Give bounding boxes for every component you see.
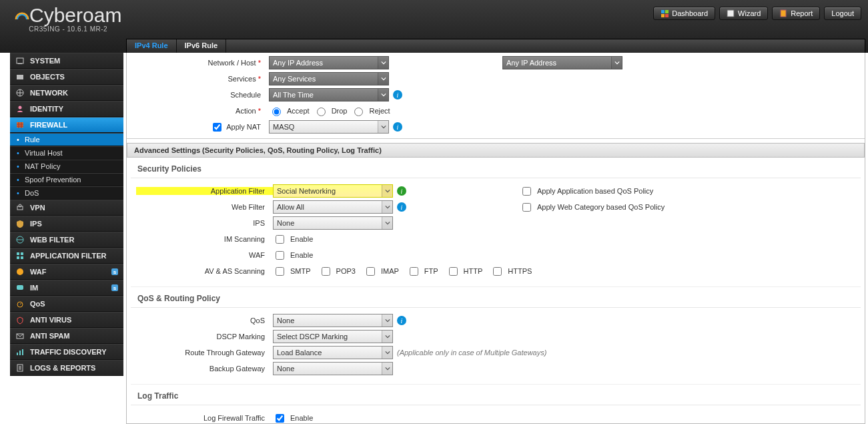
app-qos-checkbox[interactable] bbox=[522, 187, 531, 196]
sidebar-item-dos[interactable]: DoS bbox=[10, 186, 123, 200]
network-host-right-select[interactable]: Any IP Address bbox=[502, 56, 622, 69]
sidebar-item-firewall[interactable]: FIREWALL bbox=[10, 117, 123, 133]
action-reject-radio[interactable] bbox=[354, 108, 363, 116]
sidebar-item-application-filter[interactable]: APPLICATION FILTER bbox=[10, 248, 123, 264]
svg-rect-0 bbox=[661, 10, 665, 13]
avas-imap-checkbox[interactable] bbox=[366, 267, 375, 276]
model-text: CR35ING - 10.6.1 MR-2 bbox=[15, 25, 121, 33]
sidebar-item-rule[interactable]: Rule bbox=[10, 133, 123, 146]
log-firewall-checkbox[interactable] bbox=[276, 414, 284, 423]
network-host-label: Network / Host * bbox=[132, 59, 269, 67]
traffic-discovery-icon bbox=[15, 347, 25, 357]
sidebar-item-objects[interactable]: OBJECTS bbox=[10, 69, 123, 85]
info-icon[interactable]: i bbox=[397, 316, 406, 325]
waf-icon bbox=[15, 267, 25, 276]
wizard-icon bbox=[727, 9, 735, 17]
sidebar: SYSTEMOBJECTSNETWORKIDENTITYFIREWALLRule… bbox=[10, 53, 123, 376]
web-filter-select[interactable]: Allow All bbox=[273, 200, 393, 214]
action-accept-radio[interactable] bbox=[272, 108, 281, 116]
info-icon[interactable]: i bbox=[397, 186, 406, 196]
waf-checkbox[interactable] bbox=[276, 251, 284, 260]
log-traffic-title: Log Traffic bbox=[131, 385, 861, 405]
sidebar-item-label: FIREWALL bbox=[30, 121, 67, 129]
web-qos-checkbox[interactable] bbox=[522, 203, 531, 212]
svg-rect-23 bbox=[17, 353, 18, 355]
info-icon[interactable]: i bbox=[393, 122, 402, 132]
logout-button[interactable]: Logout bbox=[824, 7, 861, 20]
report-button[interactable]: Report bbox=[772, 7, 820, 20]
sidebar-item-label: Spoof Prevention bbox=[25, 176, 81, 184]
sidebar-item-qos[interactable]: QoS bbox=[10, 296, 123, 312]
sidebar-item-label: OBJECTS bbox=[30, 73, 65, 81]
apply-nat-select[interactable]: MASQ bbox=[269, 120, 389, 134]
avas-http-checkbox[interactable] bbox=[449, 267, 458, 276]
sidebar-item-network[interactable]: NETWORK bbox=[10, 85, 123, 101]
dscp-marking-select[interactable]: Select DSCP Marking bbox=[273, 330, 393, 343]
sidebar-item-spoof-prevention[interactable]: Spoof Prevention bbox=[10, 173, 123, 186]
qos-select[interactable]: None bbox=[273, 314, 393, 327]
tab-ipv4-rule[interactable]: IPv4 Rule bbox=[127, 39, 177, 53]
sidebar-item-traffic-discovery[interactable]: TRAFFIC DISCOVERY bbox=[10, 344, 123, 360]
action-label: Action * bbox=[132, 107, 269, 115]
sidebar-item-anti-virus[interactable]: ANTI VIRUS bbox=[10, 312, 123, 328]
sidebar-item-label: ANTI SPAM bbox=[30, 332, 70, 340]
info-icon[interactable]: i bbox=[393, 90, 402, 99]
sidebar-item-label: Virtual Host bbox=[25, 149, 63, 157]
services-select[interactable]: Any Services bbox=[269, 72, 389, 85]
sidebar-item-label: NETWORK bbox=[30, 89, 68, 97]
firewall-icon bbox=[15, 120, 25, 130]
sidebar-item-virtual-host[interactable]: Virtual Host bbox=[10, 146, 123, 160]
avas-smtp-checkbox[interactable] bbox=[276, 267, 284, 276]
svg-rect-16 bbox=[21, 252, 23, 255]
application-filter-select[interactable]: Social Networking bbox=[273, 184, 393, 198]
advanced-settings-header[interactable]: Advanced Settings (Security Policies, Qo… bbox=[127, 143, 865, 158]
sidebar-item-anti-spam[interactable]: ANTI SPAM bbox=[10, 328, 123, 344]
sidebar-item-waf[interactable]: WAFs bbox=[10, 264, 123, 280]
dashboard-button[interactable]: Dashboard bbox=[653, 7, 715, 20]
qos-routing-title: QoS & Routing Policy bbox=[131, 287, 861, 308]
application-filter-label: Application Filter bbox=[136, 187, 273, 195]
backup-gateway-label: Backup Gateway bbox=[136, 365, 273, 373]
svg-rect-8 bbox=[17, 75, 23, 79]
av-as-scanning-label: AV & AS Scanning bbox=[136, 267, 273, 275]
wizard-button[interactable]: Wizard bbox=[719, 7, 768, 20]
qos-label: QoS bbox=[136, 316, 273, 325]
sidebar-item-nat-policy[interactable]: NAT Policy bbox=[10, 160, 123, 173]
svg-point-10 bbox=[19, 106, 22, 110]
anti-virus-icon bbox=[15, 315, 25, 325]
sidebar-item-system[interactable]: SYSTEM bbox=[10, 53, 123, 69]
sidebar-item-identity[interactable]: IDENTITY bbox=[10, 101, 123, 117]
network-host-left-select[interactable]: Any IP Address bbox=[269, 56, 389, 69]
svg-rect-15 bbox=[17, 252, 19, 255]
apply-nat-checkbox[interactable] bbox=[213, 123, 222, 132]
route-gateway-select[interactable]: Load Balance bbox=[273, 346, 393, 359]
sidebar-item-label: IPS bbox=[30, 220, 42, 228]
sidebar-item-ips[interactable]: IPS bbox=[10, 216, 123, 232]
tab-ipv6-rule[interactable]: IPv6 Rule bbox=[177, 39, 227, 53]
sidebar-item-label: NAT Policy bbox=[25, 162, 60, 170]
svg-rect-20 bbox=[17, 285, 23, 290]
report-icon bbox=[779, 9, 787, 17]
sidebar-item-logs-reports[interactable]: LOGS & REPORTS bbox=[10, 360, 123, 376]
action-drop-radio[interactable] bbox=[317, 108, 326, 116]
web-filter-label: Web Filter bbox=[136, 203, 273, 211]
avas-https-checkbox[interactable] bbox=[493, 267, 502, 276]
sidebar-item-label: WAF bbox=[30, 268, 46, 276]
avas-ftp-checkbox[interactable] bbox=[410, 267, 418, 276]
dashboard-icon bbox=[661, 9, 669, 17]
anti-spam-icon bbox=[15, 331, 25, 341]
schedule-select[interactable]: All The Time bbox=[269, 88, 389, 101]
svg-rect-3 bbox=[665, 14, 669, 17]
sidebar-item-label: LOGS & REPORTS bbox=[30, 364, 95, 372]
info-icon[interactable]: i bbox=[397, 202, 406, 212]
sidebar-item-im[interactable]: IMs bbox=[10, 280, 123, 296]
services-label: Services * bbox=[132, 75, 269, 83]
sidebar-item-vpn[interactable]: VPN bbox=[10, 200, 123, 216]
sidebar-item-web-filter[interactable]: WEB FILTER bbox=[10, 232, 123, 248]
backup-gateway-select[interactable]: None bbox=[273, 362, 393, 375]
sidebar-item-label: IDENTITY bbox=[30, 105, 63, 113]
ips-select[interactable]: None bbox=[273, 216, 393, 230]
avas-pop3-checkbox[interactable] bbox=[322, 267, 330, 276]
tab-bar: IPv4 Rule IPv6 Rule bbox=[126, 39, 865, 53]
im-scanning-checkbox[interactable] bbox=[276, 235, 284, 244]
